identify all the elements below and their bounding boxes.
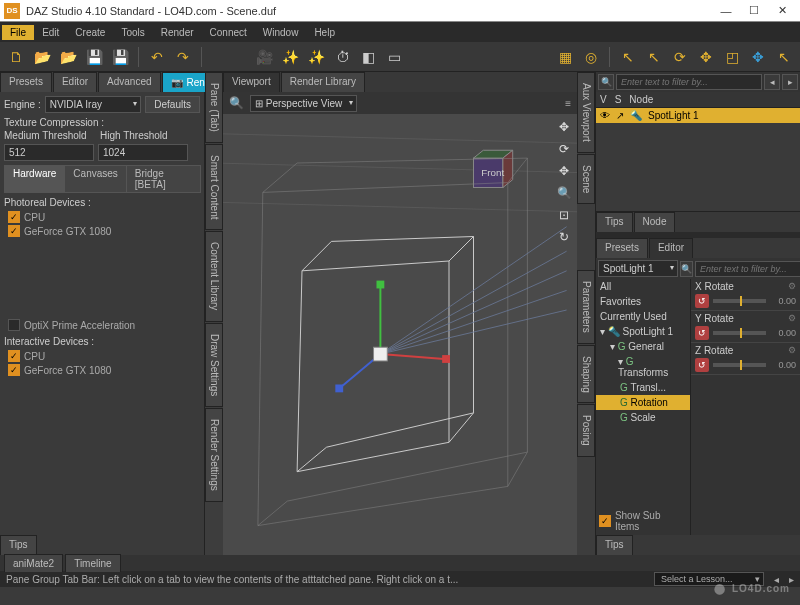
- open-icon[interactable]: 📂: [30, 45, 54, 69]
- tab-viewport[interactable]: Viewport: [223, 72, 280, 92]
- new-icon[interactable]: 🗋: [4, 45, 28, 69]
- lesson-prev-icon[interactable]: ◂: [774, 574, 779, 585]
- checkbox-icon[interactable]: ✓: [8, 211, 20, 223]
- grid-icon[interactable]: ▦: [553, 45, 577, 69]
- maximize-button[interactable]: ☐: [740, 1, 768, 21]
- timer-icon[interactable]: ⏱: [331, 45, 355, 69]
- tree-translate[interactable]: G Transl...: [596, 380, 690, 395]
- menu-tools[interactable]: Tools: [113, 25, 152, 40]
- minimize-button[interactable]: —: [712, 1, 740, 21]
- scale-tool-icon[interactable]: ◰: [720, 45, 744, 69]
- lesson-next-icon[interactable]: ▸: [789, 574, 794, 585]
- group-icon[interactable]: ▭: [383, 45, 407, 69]
- tree-spotlight[interactable]: ▾ 🔦 SpotLight 1: [596, 324, 690, 339]
- tree-transforms[interactable]: ▾ G Transforms: [596, 354, 690, 380]
- tab-param-presets[interactable]: Presets: [596, 238, 648, 258]
- filter-next-button[interactable]: ▸: [782, 74, 798, 90]
- primitive-icon[interactable]: ◧: [357, 45, 381, 69]
- pointer-icon[interactable]: ↖: [616, 45, 640, 69]
- tab-node[interactable]: Node: [634, 212, 676, 232]
- side-tab-smart-content[interactable]: Smart Content: [205, 144, 223, 230]
- close-button[interactable]: ✕: [768, 1, 796, 21]
- defaults-button[interactable]: Defaults: [145, 96, 200, 113]
- menu-help[interactable]: Help: [306, 25, 343, 40]
- side-tab-content-library[interactable]: Content Library: [205, 231, 223, 321]
- node-select-dropdown[interactable]: SpotLight 1: [598, 260, 678, 277]
- z-rotate-slider[interactable]: [713, 363, 766, 367]
- move-tool-icon[interactable]: ✥: [694, 45, 718, 69]
- light-icon[interactable]: ✨: [279, 45, 303, 69]
- surface-tool-icon[interactable]: ↖: [772, 45, 796, 69]
- save-icon[interactable]: 💾: [82, 45, 106, 69]
- menu-create[interactable]: Create: [67, 25, 113, 40]
- menu-render[interactable]: Render: [153, 25, 202, 40]
- side-tab-draw-settings[interactable]: Draw Settings: [205, 323, 223, 407]
- checkbox-icon[interactable]: ✓: [8, 225, 20, 237]
- search-icon[interactable]: 🔍: [598, 74, 614, 90]
- side-tab-scene[interactable]: Scene: [577, 154, 595, 204]
- side-tab-render-settings[interactable]: Render Settings: [205, 408, 223, 502]
- side-tab-posing[interactable]: Posing: [577, 404, 595, 457]
- eye-icon[interactable]: 👁: [600, 110, 610, 121]
- high-threshold-input[interactable]: [98, 144, 188, 161]
- checkbox-icon[interactable]: ✓: [8, 350, 20, 362]
- tree-scale[interactable]: G Scale: [596, 410, 690, 425]
- medium-threshold-input[interactable]: [4, 144, 94, 161]
- zoom-icon[interactable]: 🔍: [229, 96, 244, 110]
- reset-icon[interactable]: ↺: [695, 326, 709, 340]
- tree-general[interactable]: ▾ G General: [596, 339, 690, 354]
- checkbox-icon[interactable]: ✓: [8, 364, 20, 376]
- tree-currently-used[interactable]: Currently Used: [596, 309, 690, 324]
- pick-icon[interactable]: ↖: [642, 45, 666, 69]
- tab-param-editor[interactable]: Editor: [649, 238, 693, 258]
- side-tab-aux-viewport[interactable]: Aux Viewport: [577, 72, 595, 153]
- reset-icon[interactable]: ↺: [695, 358, 709, 372]
- tab-tips-mid[interactable]: Tips: [596, 212, 633, 232]
- tree-favorites[interactable]: Favorites: [596, 294, 690, 309]
- viewport-menu-icon[interactable]: ≡: [565, 98, 571, 109]
- menu-file[interactable]: File: [2, 25, 34, 40]
- tab-advanced[interactable]: Advanced: [98, 72, 160, 92]
- reset-icon[interactable]: ↺: [695, 294, 709, 308]
- checkbox-icon[interactable]: ✓: [599, 515, 611, 527]
- tab-editor[interactable]: Editor: [53, 72, 97, 92]
- open-recent-icon[interactable]: 📂: [56, 45, 80, 69]
- undo-icon[interactable]: ↶: [145, 45, 169, 69]
- side-tab-shaping[interactable]: Shaping: [577, 345, 595, 404]
- pose-tool-icon[interactable]: ✥: [746, 45, 770, 69]
- checkbox-icon[interactable]: [8, 319, 20, 331]
- rotate-tool-icon[interactable]: ⟳: [668, 45, 692, 69]
- gear-icon[interactable]: ⚙: [788, 313, 796, 324]
- redo-icon[interactable]: ↷: [171, 45, 195, 69]
- x-rotate-slider[interactable]: [713, 299, 766, 303]
- scene-filter-input[interactable]: [616, 74, 762, 90]
- tab-tips-right[interactable]: Tips: [596, 535, 633, 555]
- engine-dropdown[interactable]: NVIDIA Iray: [45, 96, 142, 113]
- tab-tips-left[interactable]: Tips: [0, 535, 37, 555]
- param-filter-input[interactable]: [695, 261, 800, 277]
- lesson-dropdown[interactable]: Select a Lesson...: [654, 572, 764, 586]
- search-icon[interactable]: 🔍: [680, 261, 693, 277]
- spotlight-icon[interactable]: ✨: [305, 45, 329, 69]
- view-mode-dropdown[interactable]: ⊞ Perspective View: [250, 95, 357, 112]
- side-tab-parameters[interactable]: Parameters: [577, 270, 595, 344]
- gear-icon[interactable]: ⚙: [788, 345, 796, 356]
- tab-render-library[interactable]: Render Library: [281, 72, 365, 92]
- menu-window[interactable]: Window: [255, 25, 307, 40]
- subtab-hardware[interactable]: Hardware: [4, 165, 65, 193]
- menu-connect[interactable]: Connect: [202, 25, 255, 40]
- side-tab-pane[interactable]: Pane (Tab): [205, 72, 223, 143]
- save-as-icon[interactable]: 💾: [108, 45, 132, 69]
- tab-presets[interactable]: Presets: [0, 72, 52, 92]
- tab-timeline[interactable]: Timeline: [65, 554, 120, 572]
- scene-node-row[interactable]: 👁 ↗ 🔦 SpotLight 1: [596, 108, 800, 123]
- subtab-bridge[interactable]: Bridge [BETA]: [126, 165, 201, 193]
- target-icon[interactable]: ◎: [579, 45, 603, 69]
- tab-animate2[interactable]: aniMate2: [4, 554, 63, 572]
- arrow-icon[interactable]: ↗: [616, 110, 624, 121]
- y-rotate-slider[interactable]: [713, 331, 766, 335]
- subtab-canvases[interactable]: Canvases: [64, 165, 126, 193]
- tree-rotation[interactable]: G Rotation: [596, 395, 690, 410]
- gear-icon[interactable]: ⚙: [788, 281, 796, 292]
- tree-all[interactable]: All: [596, 279, 690, 294]
